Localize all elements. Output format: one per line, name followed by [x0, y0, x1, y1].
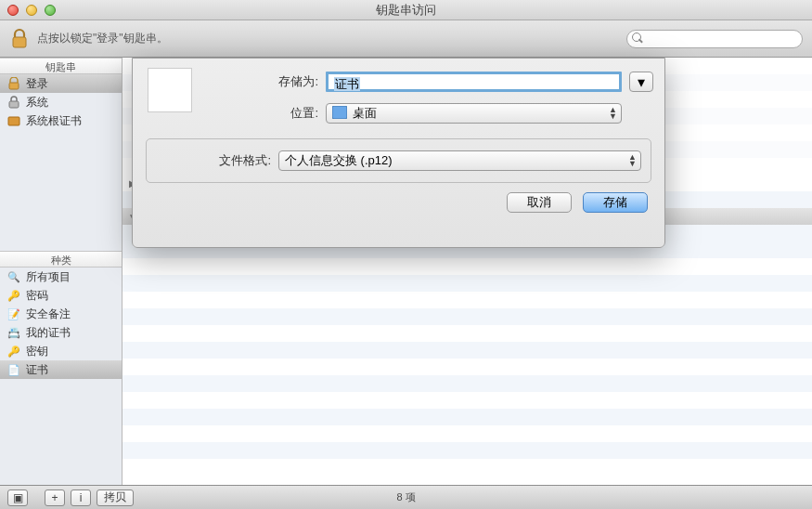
svg-rect-4: [332, 106, 347, 119]
sidebar-item-label: 密钥: [26, 344, 48, 359]
format-fieldset: 文件格式: 个人信息交换 (.p12) ▲▼: [146, 138, 651, 183]
category-icon: 📝: [7, 307, 20, 320]
window-title: 钥匙串访问: [0, 2, 812, 19]
location-label: 位置:: [192, 105, 318, 122]
save-dialog: 存储为: 证书 ▾ 位置: 桌面 ▲▼ 文件格式: 个人信息交换 (.p12) …: [132, 58, 665, 248]
sidebar-category-item[interactable]: 📄证书: [0, 360, 122, 379]
file-format-label: 文件格式:: [156, 152, 271, 169]
toolbar-hint: 点按以锁定"登录"钥匙串。: [37, 31, 168, 46]
category-icon: 🔍: [7, 270, 20, 283]
status-bar: ▣ + i 拷贝 8 项: [0, 485, 812, 509]
sidebar-category-item[interactable]: 📝安全备注: [0, 305, 122, 323]
sidebar-item-label: 系统根证书: [26, 113, 82, 129]
window-titlebar: 钥匙串访问: [0, 0, 812, 20]
sidebar-category-item[interactable]: 📇我的证书: [0, 323, 122, 342]
sidebar-item-label: 系统: [26, 95, 48, 111]
sidebar-item-label: 登录: [26, 76, 48, 92]
cert-thumbnail-icon: [148, 68, 192, 112]
svg-rect-0: [13, 37, 26, 47]
category-icon: 📄: [7, 363, 20, 376]
sidebar-item-label: 我的证书: [26, 325, 71, 341]
sidebar-item-label: 密码: [26, 288, 48, 304]
file-format-popup[interactable]: 个人信息交换 (.p12) ▲▼: [278, 150, 641, 171]
lock-icon[interactable]: [9, 26, 30, 52]
keychain-icon: [7, 114, 20, 127]
sidebar-keychain-item[interactable]: 登录: [0, 74, 122, 93]
sidebar-section-categories: 种类: [0, 251, 122, 268]
keychain-icon: [7, 77, 20, 90]
keychain-icon: [7, 96, 20, 109]
svg-rect-1: [9, 83, 19, 89]
sidebar-item-label: 所有项目: [26, 269, 71, 285]
svg-rect-2: [9, 101, 19, 108]
sidebar-keychain-item[interactable]: 系统根证书: [0, 111, 122, 130]
desktop-icon: [332, 106, 347, 122]
sidebar: 钥匙串 登录系统系统根证书 种类 🔍所有项目🔑密码📝安全备注📇我的证书🔑密钥📄证…: [0, 58, 122, 485]
toolbar: 点按以锁定"登录"钥匙串。: [0, 20, 812, 58]
sidebar-item-label: 安全备注: [26, 307, 71, 322]
item-count: 8 项: [0, 490, 812, 504]
cancel-button[interactable]: 取消: [507, 192, 572, 213]
sidebar-category-item[interactable]: 🔑密钥: [0, 342, 122, 360]
chevron-updown-icon: ▲▼: [628, 154, 637, 167]
save-button[interactable]: 存储: [583, 192, 648, 213]
category-icon: 🔑: [7, 345, 20, 358]
search-input[interactable]: [626, 30, 803, 48]
sidebar-category-item[interactable]: 🔍所有项目: [0, 268, 122, 286]
save-as-input[interactable]: 证书: [326, 72, 622, 92]
category-icon: 📇: [7, 326, 20, 339]
expand-dialog-button[interactable]: ▾: [629, 72, 653, 92]
svg-rect-3: [8, 117, 19, 125]
sidebar-keychain-item[interactable]: 系统: [0, 93, 122, 111]
category-icon: 🔑: [7, 289, 20, 302]
search-field-wrap: [626, 30, 803, 48]
sidebar-section-keychains: 钥匙串: [0, 58, 122, 74]
chevron-updown-icon: ▲▼: [609, 107, 617, 120]
save-as-label: 存储为:: [192, 73, 318, 90]
sidebar-item-label: 证书: [26, 362, 48, 378]
location-value: 桌面: [353, 105, 377, 122]
location-popup[interactable]: 桌面 ▲▼: [326, 103, 622, 124]
sidebar-category-item[interactable]: 🔑密码: [0, 286, 122, 305]
file-format-value: 个人信息交换 (.p12): [285, 152, 393, 169]
